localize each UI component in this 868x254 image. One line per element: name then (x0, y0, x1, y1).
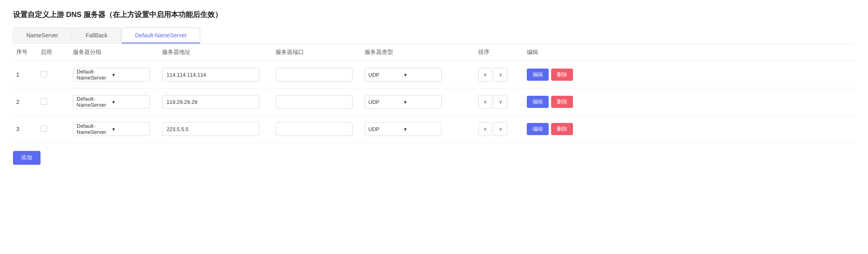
row1-address (159, 68, 272, 82)
chevron-down-icon: ▾ (112, 126, 146, 132)
add-button[interactable]: 添加 (13, 151, 41, 165)
row3-type-select[interactable]: UDP ▾ (365, 122, 442, 136)
chevron-down-icon: ▾ (404, 72, 438, 78)
row3-index: 3 (13, 126, 37, 132)
chevron-down-icon: ▾ (404, 126, 438, 132)
col-group: 服务器分组 (70, 49, 159, 56)
row2-group-select[interactable]: Default-NameServer ▾ (73, 95, 150, 109)
row1-port-input[interactable] (276, 68, 353, 82)
row1-port (272, 68, 361, 82)
tab-nameserver[interactable]: NameServer (13, 28, 72, 43)
row3-sort: ∧ ∨ (475, 122, 524, 136)
row1-sort-up-button[interactable]: ∧ (478, 68, 492, 82)
row3-group-select[interactable]: Default-NameServer ▾ (73, 122, 150, 136)
col-index: 序号 (13, 49, 37, 56)
table-row: 2 Default-NameServer ▾ UDP ▾ ∧ ∨ (13, 88, 855, 116)
row1-sort: ∧ ∨ (475, 68, 524, 82)
row1-group-select[interactable]: Default-NameServer ▾ (73, 68, 150, 82)
chevron-down-icon: ▾ (404, 99, 438, 105)
row1-group: Default-NameServer ▾ (70, 68, 159, 82)
row2-port-input[interactable] (276, 95, 353, 109)
row1-enabled (37, 71, 70, 79)
chevron-down-icon: ▾ (112, 99, 146, 105)
row2-checkbox[interactable] (41, 98, 47, 105)
row3-port (272, 122, 361, 136)
row1-type-select[interactable]: UDP ▾ (365, 68, 442, 82)
chevron-down-icon: ▾ (112, 72, 146, 78)
row2-edit-button[interactable]: 编辑 (527, 96, 549, 108)
row2-sort-down-button[interactable]: ∨ (494, 95, 507, 109)
row2-actions: 编辑 删除 (524, 96, 576, 108)
tab-bar: NameServer FallBack Default-NameServer (13, 28, 855, 44)
row2-type: UDP ▾ (361, 95, 475, 109)
row3-edit-button[interactable]: 编辑 (527, 123, 549, 135)
row3-delete-button[interactable]: 删除 (551, 123, 573, 135)
row2-enabled (37, 98, 70, 106)
row2-sort-up-button[interactable]: ∧ (478, 95, 492, 109)
row1-delete-button[interactable]: 删除 (551, 69, 573, 81)
row3-address (159, 122, 272, 136)
row1-index: 1 (13, 71, 37, 78)
row2-delete-button[interactable]: 删除 (551, 96, 573, 108)
row3-enabled (37, 125, 70, 133)
row2-port (272, 95, 361, 109)
table-header: 序号 启用 服务器分组 服务器地址 服务器端口 服务器类型 排序 编辑 (13, 44, 855, 61)
page-title: 设置自定义上游 DNS 服务器（在上方设置中启用本功能后生效） (13, 10, 855, 19)
row3-port-input[interactable] (276, 122, 353, 136)
row3-sort-up-button[interactable]: ∧ (478, 122, 492, 136)
row2-group: Default-NameServer ▾ (70, 95, 159, 109)
row3-address-input[interactable] (162, 122, 259, 136)
row1-checkbox[interactable] (41, 71, 47, 77)
row2-address (159, 95, 272, 109)
col-enabled: 启用 (37, 49, 70, 56)
row2-index: 2 (13, 99, 37, 105)
table-row: 3 Default-NameServer ▾ UDP ▾ ∧ ∨ (13, 116, 855, 143)
row1-type: UDP ▾ (361, 68, 475, 82)
row1-edit-button[interactable]: 编辑 (527, 69, 549, 81)
tab-fallback[interactable]: FallBack (73, 28, 121, 43)
row3-actions: 编辑 删除 (524, 123, 576, 135)
row3-group: Default-NameServer ▾ (70, 122, 159, 136)
row3-type: UDP ▾ (361, 122, 475, 136)
col-edit: 编辑 (524, 49, 576, 56)
row2-sort: ∧ ∨ (475, 95, 524, 109)
tab-default-nameserver[interactable]: Default-NameServer (122, 28, 200, 43)
row3-sort-down-button[interactable]: ∨ (494, 122, 507, 136)
row1-actions: 编辑 删除 (524, 69, 576, 81)
table-row: 1 Default-NameServer ▾ UDP ▾ ∧ ∨ (13, 61, 855, 88)
row2-address-input[interactable] (162, 95, 259, 109)
row1-address-input[interactable] (162, 68, 259, 82)
col-type: 服务器类型 (361, 49, 475, 56)
page-container: 设置自定义上游 DNS 服务器（在上方设置中启用本功能后生效） NameServ… (13, 10, 855, 165)
col-address: 服务器地址 (159, 49, 272, 56)
col-sort: 排序 (475, 49, 524, 56)
col-port: 服务器端口 (272, 49, 361, 56)
row1-sort-down-button[interactable]: ∨ (494, 68, 507, 82)
row3-checkbox[interactable] (41, 125, 47, 132)
row2-type-select[interactable]: UDP ▾ (365, 95, 442, 109)
